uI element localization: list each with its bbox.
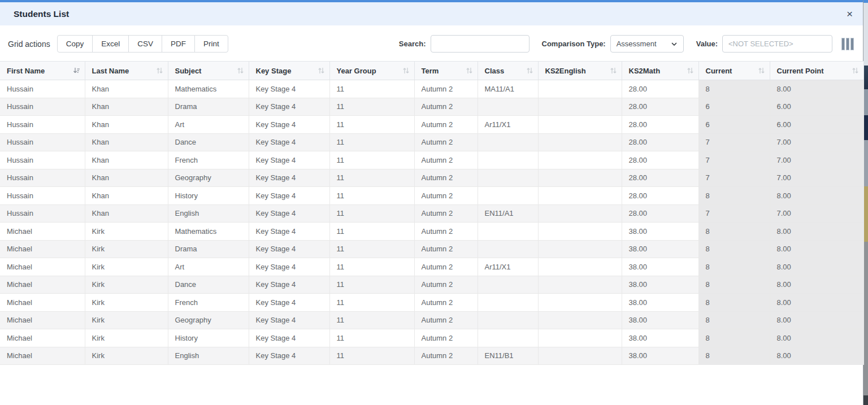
table-cell: 6.00 bbox=[770, 98, 863, 116]
column-header[interactable]: First Name bbox=[0, 62, 85, 80]
column-header[interactable]: Class bbox=[478, 62, 538, 80]
table-cell bbox=[538, 187, 622, 205]
table-cell: 28.00 bbox=[622, 80, 698, 98]
table-cell: Key Stage 4 bbox=[249, 187, 329, 205]
table-cell: 8.00 bbox=[770, 223, 863, 241]
table-row: MichaelKirkArtKey Stage 411Autumn 2Ar11/… bbox=[0, 258, 863, 276]
table-cell: Michael bbox=[0, 329, 85, 347]
table-cell: 38.00 bbox=[622, 294, 698, 312]
value-label: Value: bbox=[696, 40, 718, 48]
students-list-modal: Students List × Grid actions CopyExcelCS… bbox=[0, 0, 863, 405]
table-cell: Hussain bbox=[0, 204, 85, 223]
table-cell: 11 bbox=[329, 187, 414, 205]
csv-button[interactable]: CSV bbox=[128, 35, 162, 53]
table-header-row: First Name Last Name Subject bbox=[0, 62, 863, 80]
table-cell: Drama bbox=[168, 98, 249, 116]
table-cell: Key Stage 4 bbox=[249, 116, 329, 134]
column-header[interactable]: Key Stage bbox=[249, 62, 329, 80]
table-cell: 11 bbox=[329, 133, 414, 151]
table-cell: 6.00 bbox=[770, 116, 863, 134]
table-cell: Kirk bbox=[85, 329, 168, 347]
column-header[interactable]: KS2English bbox=[538, 62, 622, 80]
table-cell bbox=[538, 133, 622, 151]
table-cell bbox=[538, 169, 622, 187]
column-header[interactable]: Year Group bbox=[329, 62, 414, 80]
table-cell: 8.00 bbox=[770, 329, 863, 347]
table-cell: 28.00 bbox=[622, 169, 698, 187]
table-row: HussainKhanMathematicsKey Stage 411Autum… bbox=[0, 80, 863, 98]
table-cell: 7 bbox=[698, 133, 770, 151]
table-row: HussainKhanHistoryKey Stage 411Autumn 22… bbox=[0, 187, 863, 205]
students-table: First Name Last Name Subject bbox=[0, 61, 864, 365]
table-cell: 8.00 bbox=[770, 294, 863, 312]
table-cell: Autumn 2 bbox=[414, 347, 478, 365]
table-cell bbox=[538, 240, 622, 258]
table-cell: EN11/A1 bbox=[478, 204, 538, 223]
table-cell: Autumn 2 bbox=[414, 116, 478, 134]
grid-actions-label: Grid actions bbox=[8, 40, 50, 49]
pdf-button[interactable]: PDF bbox=[162, 35, 195, 53]
table-cell: Hussain bbox=[0, 133, 85, 151]
table-row: HussainKhanEnglishKey Stage 411Autumn 2E… bbox=[0, 204, 863, 223]
table-cell bbox=[478, 329, 538, 347]
table-cell: Hussain bbox=[0, 187, 85, 205]
column-header[interactable]: KS2Math bbox=[622, 62, 698, 80]
table-cell: Michael bbox=[0, 347, 85, 365]
copy-button[interactable]: Copy bbox=[57, 35, 93, 53]
sort-both-icon bbox=[758, 67, 765, 75]
print-button[interactable]: Print bbox=[194, 35, 228, 53]
table-row: HussainKhanGeographyKey Stage 411Autumn … bbox=[0, 169, 863, 187]
table-cell: 8 bbox=[698, 276, 770, 294]
table-cell: 38.00 bbox=[622, 258, 698, 276]
table-row: MichaelKirkDanceKey Stage 411Autumn 238.… bbox=[0, 276, 863, 294]
excel-button[interactable]: Excel bbox=[92, 35, 129, 53]
table-cell bbox=[478, 169, 538, 187]
table-cell: Key Stage 4 bbox=[249, 258, 329, 276]
table-cell: 8 bbox=[698, 258, 770, 276]
modal-title: Students List bbox=[14, 9, 69, 19]
modal-header: Students List × bbox=[0, 2, 863, 25]
table-cell bbox=[478, 294, 538, 312]
value-input[interactable] bbox=[722, 35, 832, 53]
table-cell: Autumn 2 bbox=[414, 240, 478, 258]
column-header[interactable]: Current Point bbox=[770, 62, 863, 80]
table-cell: Dance bbox=[168, 276, 249, 294]
column-visibility-icon[interactable] bbox=[840, 37, 855, 51]
column-header[interactable]: Subject bbox=[168, 62, 249, 80]
table-cell: Kirk bbox=[85, 258, 168, 276]
table-cell: English bbox=[168, 347, 249, 365]
table-cell: Kirk bbox=[85, 276, 168, 294]
close-icon[interactable]: × bbox=[847, 8, 853, 19]
table-cell: 8 bbox=[698, 80, 770, 98]
table-cell: Mathematics bbox=[168, 80, 249, 98]
table-row: MichaelKirkMathematicsKey Stage 411Autum… bbox=[0, 223, 863, 241]
table-cell: Autumn 2 bbox=[414, 151, 478, 169]
column-header[interactable]: Term bbox=[414, 62, 478, 80]
table-cell: Kirk bbox=[85, 240, 168, 258]
table-cell bbox=[478, 223, 538, 241]
column-header[interactable]: Last Name bbox=[85, 62, 168, 80]
table-cell: 11 bbox=[329, 240, 414, 258]
table-cell bbox=[538, 276, 622, 294]
table-row: MichaelKirkDramaKey Stage 411Autumn 238.… bbox=[0, 240, 863, 258]
table-cell: 6 bbox=[698, 116, 770, 134]
column-header[interactable]: Current bbox=[698, 62, 770, 80]
table-cell: 11 bbox=[329, 329, 414, 347]
table-cell: Key Stage 4 bbox=[249, 151, 329, 169]
table-cell: Kirk bbox=[85, 311, 168, 329]
table-cell: 7.00 bbox=[770, 169, 863, 187]
table-cell bbox=[538, 204, 622, 223]
table-cell: 11 bbox=[329, 311, 414, 329]
sort-ascending-icon bbox=[73, 67, 80, 75]
table-row: MichaelKirkHistoryKey Stage 411Autumn 23… bbox=[0, 329, 863, 347]
table-cell: 11 bbox=[329, 347, 414, 365]
table-cell: EN11/B1 bbox=[478, 347, 538, 365]
table-cell: 38.00 bbox=[622, 311, 698, 329]
table-cell: Khan bbox=[85, 169, 168, 187]
table-cell: Autumn 2 bbox=[414, 133, 478, 151]
table-cell: Key Stage 4 bbox=[249, 169, 329, 187]
table-cell: Michael bbox=[0, 276, 85, 294]
table-cell: Autumn 2 bbox=[414, 223, 478, 241]
comparison-type-select[interactable]: Assessment bbox=[610, 35, 684, 53]
search-input[interactable] bbox=[431, 35, 530, 53]
